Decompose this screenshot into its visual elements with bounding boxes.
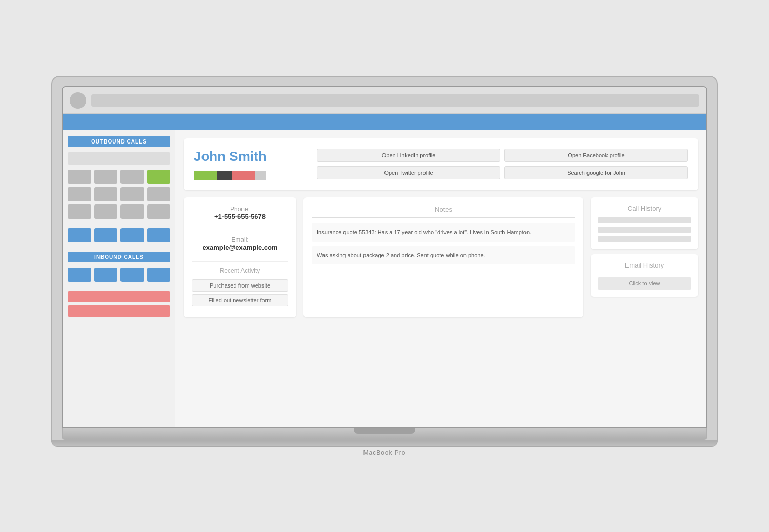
activity-item-1[interactable]: Purchased from website [192,279,288,292]
email-history-card: Email History Click to view [591,254,698,297]
note-entry-2: Was asking about package 2 and price. Se… [312,246,575,265]
laptop-wrapper: OUTBOUND CALLS [51,76,718,456]
browser-bar [63,87,706,114]
blue-item[interactable] [94,228,118,242]
divider [192,261,288,262]
phone-label: Phone: [192,206,288,213]
history-column: Call History Email History Clic [591,197,698,317]
laptop-stand [51,441,718,447]
call-history-card: Call History [591,197,698,249]
activity-item-2[interactable]: Filled out newsletter form [192,294,288,306]
browser-avatar [70,92,86,109]
email-block: Email: example@example.com [192,236,288,251]
blue-item[interactable] [120,228,144,242]
app-layout: OUTBOUND CALLS [63,130,706,427]
contact-info-left: John Smith [194,149,296,180]
laptop-body: OUTBOUND CALLS [51,76,718,441]
divider [192,231,288,231]
outbound-grid-row2 [68,187,170,201]
email-value: example@example.com [192,243,288,251]
grid-item-green[interactable] [147,170,171,184]
blue-item[interactable] [68,268,91,282]
contact-name: John Smith [194,149,296,165]
grid-item[interactable] [94,170,118,184]
macbook-label: MacBook Pro [51,449,718,456]
grid-item[interactable] [147,204,171,219]
outbound-grid-row1 [68,170,170,184]
linkedin-button[interactable]: Open LinkedIn profile [317,149,500,162]
notes-title: Notes [312,206,575,213]
outbound-calls-label: OUTBOUND CALLS [68,136,170,147]
history-line [598,227,691,233]
sidebar: OUTBOUND CALLS [63,130,175,427]
google-button[interactable]: Search google for John [504,166,688,179]
phone-block: Phone: +1-555-655-5678 [192,206,288,220]
laptop-screen: OUTBOUND CALLS [62,86,707,428]
laptop-notch [354,428,415,434]
bottom-row: Phone: +1-555-655-5678 Email: example@ex… [184,197,698,317]
blue-item[interactable] [94,268,118,282]
outbound-blue-row [68,228,170,242]
laptop-base [62,428,707,440]
grid-item[interactable] [120,170,144,184]
sidebar-search[interactable] [68,152,170,165]
score-bar [194,171,276,180]
click-to-view-button[interactable]: Click to view [598,277,691,290]
facebook-button[interactable]: Open Facebook profile [504,149,688,162]
grid-item[interactable] [94,204,118,219]
recent-activity-title: Recent Activity [192,267,288,274]
inbound-pink-bar1[interactable] [68,291,170,302]
score-green [194,171,217,180]
phone-value: +1-555-655-5678 [192,213,288,220]
contact-details-card: Phone: +1-555-655-5678 Email: example@ex… [184,197,296,317]
outbound-grid-row3 [68,204,170,219]
notes-divider [312,217,575,218]
call-history-lines [598,217,691,242]
grid-item[interactable] [68,187,91,201]
blue-item[interactable] [68,228,91,242]
call-history-title: Call History [598,204,691,212]
inbound-calls-label: INBOUND CALLS [68,252,170,262]
score-light [255,171,266,180]
blue-item[interactable] [120,268,144,282]
inbound-pink-bar2[interactable] [68,305,170,317]
email-history-title: Email History [598,261,691,269]
score-dark [217,171,232,180]
blue-item[interactable] [147,228,171,242]
main-content: John Smith Open LinkedIn profile Open Fa… [175,130,706,427]
contact-buttons: Open LinkedIn profile Open Facebook prof… [317,149,688,179]
grid-item[interactable] [120,204,144,219]
inbound-blue-row [68,268,170,282]
grid-item[interactable] [147,187,171,201]
grid-item[interactable] [68,170,91,184]
twitter-button[interactable]: Open Twitter profile [317,166,500,179]
history-line [598,217,691,223]
address-bar[interactable] [91,94,699,107]
email-label: Email: [192,236,288,243]
grid-item[interactable] [68,204,91,219]
grid-item[interactable] [94,187,118,201]
blue-item[interactable] [147,268,171,282]
app-nav-bar [63,114,706,130]
note-entry-1: Insurance quote 55343: Has a 17 year old… [312,223,575,242]
history-line [598,236,691,242]
contact-card: John Smith Open LinkedIn profile Open Fa… [184,138,698,190]
score-red [232,171,255,180]
grid-item[interactable] [120,187,144,201]
notes-card: Notes Insurance quote 55343: Has a 17 ye… [303,197,583,317]
